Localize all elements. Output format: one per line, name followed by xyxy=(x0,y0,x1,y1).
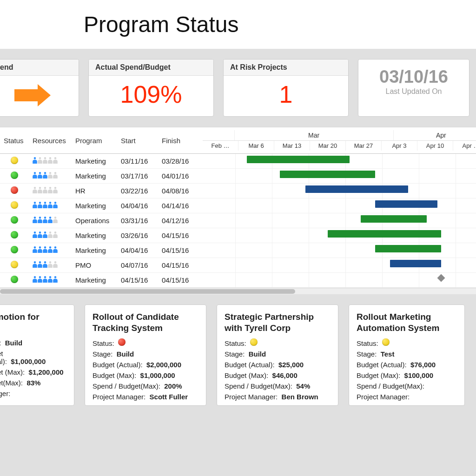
person-icon xyxy=(33,261,38,268)
gantt-bar[interactable] xyxy=(247,156,350,163)
card-field: Budget (Actual): $76,000 xyxy=(357,361,457,369)
kpi-updated-date: 03/10/16 xyxy=(358,68,469,86)
person-icon xyxy=(53,276,58,283)
gantt-bar[interactable] xyxy=(305,185,408,193)
table-row[interactable]: HR03/22/1604/08/16 xyxy=(0,184,476,198)
gantt-bar[interactable] xyxy=(328,230,442,238)
gantt-bar[interactable] xyxy=(375,200,437,208)
gantt-cell xyxy=(199,213,476,228)
page-title: Program Status xyxy=(84,12,476,37)
kpi-risk[interactable]: At Risk Projects 1 xyxy=(223,59,349,117)
person-icon xyxy=(53,261,58,268)
card-title: Promotion for xyxy=(0,311,66,323)
card-field: Stage: Build xyxy=(225,350,331,358)
program-cell: Marketing xyxy=(72,198,117,213)
person-icon xyxy=(48,246,53,253)
person-icon xyxy=(48,261,53,268)
col-program[interactable]: Program xyxy=(72,127,117,154)
program-cell: Operations xyxy=(72,213,117,228)
finish-cell: 04/14/16 xyxy=(158,198,199,213)
card-field: Stage: Build xyxy=(93,350,198,358)
card-field: Budget (Actual): $25,000 xyxy=(225,361,331,369)
gantt-cell xyxy=(199,228,476,243)
horizontal-scrollbar[interactable] xyxy=(0,288,476,294)
table-row[interactable]: Marketing04/04/1604/14/16 xyxy=(0,198,476,213)
resources-cell xyxy=(29,169,72,184)
program-cell: Marketing xyxy=(72,228,117,243)
card-status xyxy=(0,327,66,336)
person-icon xyxy=(53,202,58,208)
project-card[interactable]: Rollout Marketing Automation SystemStatu… xyxy=(349,304,465,406)
table-row[interactable]: Marketing04/04/1604/15/16 xyxy=(0,243,476,258)
resources-cell xyxy=(29,213,72,228)
start-cell: 03/26/16 xyxy=(117,228,158,243)
table-row[interactable]: Marketing03/26/1604/15/16 xyxy=(0,228,476,243)
start-cell: 03/11/16 xyxy=(117,154,158,169)
gantt-cell xyxy=(199,273,476,288)
person-icon xyxy=(48,202,53,208)
status-dot xyxy=(11,261,18,268)
table-row[interactable]: PMO04/07/1604/15/16 xyxy=(0,258,476,273)
col-start[interactable]: Start xyxy=(117,127,158,154)
person-icon xyxy=(33,157,38,164)
card-field: Stage: Build xyxy=(0,339,66,347)
kpi-trend[interactable]: Trend xyxy=(0,59,79,117)
finish-cell: 04/15/16 xyxy=(158,228,199,243)
project-card[interactable]: Strategic Partnership with Tyrell CorpSt… xyxy=(217,304,338,406)
status-dot xyxy=(11,216,18,224)
gantt-cell xyxy=(199,258,476,273)
person-icon xyxy=(38,202,43,208)
person-icon xyxy=(48,172,53,178)
col-finish[interactable]: Finish xyxy=(158,127,199,154)
program-cell: Marketing xyxy=(72,243,117,258)
table-row[interactable]: Marketing04/15/1604/15/16 xyxy=(0,273,476,288)
project-table: Status Resources Program Start Finish Ma… xyxy=(0,127,476,294)
table-row[interactable]: Marketing03/17/1604/01/16 xyxy=(0,169,476,184)
person-icon xyxy=(53,187,58,193)
person-icon xyxy=(38,157,43,164)
gantt-bar[interactable] xyxy=(375,245,441,252)
person-icon xyxy=(53,157,58,164)
card-field: Budget (Max): $46,000 xyxy=(225,371,331,379)
person-icon xyxy=(38,172,43,178)
person-icon xyxy=(38,231,43,238)
program-cell: Marketing xyxy=(72,154,117,169)
gantt-bar[interactable] xyxy=(280,171,375,178)
table-row[interactable]: Operations03/31/1604/12/16 xyxy=(0,213,476,228)
card-field: Spend / Budget(Max): 200% xyxy=(93,382,198,390)
kpi-updated-sub: Last Updated On xyxy=(358,87,469,96)
person-icon xyxy=(38,187,43,193)
title-bar: Program Status xyxy=(0,0,476,49)
person-icon xyxy=(48,231,53,238)
card-field: Budget (Actual): $2,000,000 xyxy=(93,361,198,369)
gantt-cell xyxy=(199,169,476,184)
kpi-spend-value: 109% xyxy=(120,81,182,108)
col-status[interactable]: Status xyxy=(0,127,29,154)
project-card[interactable]: Rollout of Candidate Tracking SystemStat… xyxy=(85,304,206,406)
status-dot xyxy=(11,157,18,164)
resources-cell xyxy=(29,243,72,258)
person-icon xyxy=(38,276,43,283)
start-cell: 03/17/16 xyxy=(117,169,158,184)
resources-cell xyxy=(29,258,72,273)
person-icon xyxy=(48,276,53,283)
gantt-bar[interactable] xyxy=(390,260,442,267)
gantt-bar[interactable] xyxy=(361,215,427,223)
gantt-cell xyxy=(199,198,476,213)
status-dot xyxy=(11,186,18,194)
card-field: Budget (Actual): $1,000,000 xyxy=(0,350,66,365)
card-status: Status: xyxy=(357,338,457,347)
status-dot xyxy=(11,201,18,209)
card-field: Project Manager: Scott Fuller xyxy=(93,393,198,401)
project-card[interactable]: Promotion forStage: BuildBudget (Actual)… xyxy=(0,304,74,406)
card-status: Status: xyxy=(225,338,331,347)
kpi-spend[interactable]: Actual Spend/Budget 109% xyxy=(88,59,214,117)
gantt-cell xyxy=(199,243,476,258)
col-resources[interactable]: Resources xyxy=(29,127,72,154)
card-field: Spend / Budget(Max): 54% xyxy=(225,382,331,390)
person-icon xyxy=(43,276,48,283)
status-dot xyxy=(382,338,390,346)
table-row[interactable]: Marketing03/11/1603/28/16 xyxy=(0,154,476,169)
person-icon xyxy=(43,217,48,223)
kpi-spend-label: Actual Spend/Budget xyxy=(89,60,213,76)
